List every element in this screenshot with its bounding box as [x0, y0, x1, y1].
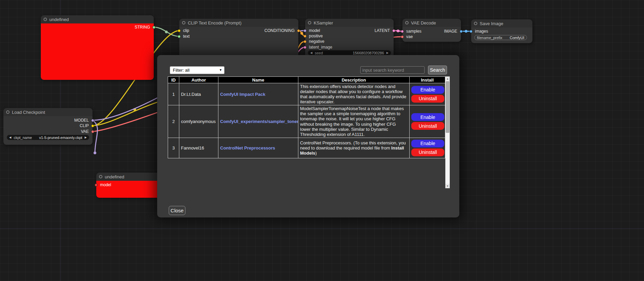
- node-header[interactable]: undefined: [41, 15, 154, 23]
- scroll-down-icon[interactable]: ▼: [445, 184, 450, 188]
- wire-dot: [165, 31, 168, 33]
- output-slot-latent: LATENT: [305, 28, 394, 33]
- uninstall-button[interactable]: Uninstall: [411, 95, 444, 103]
- ext-description: ControlNet Preprocessors. (To use this e…: [298, 138, 410, 158]
- output-slot-model: MODEL: [3, 118, 93, 123]
- column-header-id: ID: [168, 77, 179, 83]
- column-header-install: Install: [410, 77, 445, 83]
- slot-dot-negative[interactable]: [303, 40, 307, 43]
- node-header[interactable]: Save Image: [471, 19, 532, 28]
- seed-widget[interactable]: ◀ seed 156680208700286 ▶: [308, 50, 391, 55]
- manager-dialog: Filter: all ▼ Search ID Author Name Desc…: [157, 55, 459, 217]
- slot-dot-vae[interactable]: [401, 35, 404, 38]
- node-collapse-icon[interactable]: [308, 21, 311, 24]
- wire-dot: [397, 30, 399, 32]
- ext-id: 3: [168, 138, 179, 158]
- slot-dot-vae[interactable]: [91, 130, 94, 133]
- uninstall-button[interactable]: Uninstall: [411, 122, 444, 130]
- column-header-author: Author: [179, 77, 218, 83]
- column-header-name: Name: [218, 77, 298, 83]
- slot-dot-images[interactable]: [469, 30, 473, 33]
- ext-description: ModelSamplerTonemapNoiseTest a node that…: [298, 105, 410, 138]
- output-slot-conditioning: CONDITIONING: [179, 28, 298, 33]
- ext-author: Dr.Lt.Data: [179, 83, 218, 105]
- slot-dot-string[interactable]: [152, 26, 155, 29]
- ext-id: 1: [168, 83, 179, 105]
- increment-icon[interactable]: ▶: [386, 50, 389, 55]
- node-load-checkpoint[interactable]: Load Checkpoint MODEL CLIP VAE ◀ ckpt_na…: [3, 108, 93, 145]
- slot-dot-latent-image[interactable]: [303, 46, 307, 49]
- ext-description-text: ControlNet Preprocessors. (To use this e…: [300, 140, 406, 151]
- node-header[interactable]: CLIP Text Encode (Prompt): [179, 19, 298, 27]
- column-header-description: Description: [298, 77, 410, 83]
- ext-author: Fannovel16: [179, 138, 218, 158]
- node-undefined-top[interactable]: undefined STRING: [41, 15, 154, 80]
- output-slot-clip: CLIP: [3, 123, 93, 128]
- slot-dot-clip[interactable]: [91, 124, 94, 127]
- wire-dot: [300, 32, 303, 35]
- node-title: KSampler: [314, 20, 333, 25]
- scrollbar-thumb[interactable]: [446, 81, 449, 133]
- scroll-up-icon[interactable]: ▲: [445, 76, 450, 81]
- input-slot-latent-image: latent_image: [305, 45, 394, 50]
- input-slot-vae: vae: [402, 34, 461, 39]
- input-slot-positive: positive: [305, 34, 394, 38]
- node-vae-decode[interactable]: VAE Decode samples vae IMAGE: [402, 19, 461, 42]
- node-header[interactable]: KSampler: [305, 19, 394, 27]
- ckpt-name-widget[interactable]: ◀ ckpt_name v1-5-pruned-emaonly.ckpt ▶: [7, 135, 89, 140]
- wire-dot: [133, 108, 136, 111]
- next-option-icon[interactable]: ▶: [85, 135, 87, 140]
- node-ksampler[interactable]: KSampler model positive negative latent_…: [305, 19, 394, 58]
- search-button[interactable]: Search: [428, 66, 447, 74]
- node-title: Load Checkpoint: [12, 110, 45, 115]
- graph-canvas[interactable]: undefined STRING CLIP Text Encode (Promp…: [0, 0, 644, 281]
- slot-dot-text[interactable]: [178, 35, 181, 38]
- node-title: VAE Decode: [411, 20, 436, 25]
- node-header[interactable]: VAE Decode: [402, 19, 461, 27]
- decrement-icon[interactable]: ◀: [310, 50, 312, 55]
- node-title: Save Image: [480, 21, 503, 26]
- table-scrollbar[interactable]: ▲ ▼: [445, 76, 450, 188]
- ext-description-text: ): [315, 151, 317, 156]
- node-collapse-icon[interactable]: [6, 110, 10, 114]
- search-input[interactable]: [360, 66, 425, 74]
- output-slot-image: IMAGE: [402, 29, 461, 34]
- node-save-image[interactable]: Save Image images filename_prefix ComfyU…: [471, 19, 532, 43]
- enable-button[interactable]: Enable: [411, 86, 444, 94]
- node-title: undefined: [49, 17, 69, 22]
- wire-dot: [94, 152, 96, 154]
- extensions-table: ID Author Name Description Install 1 Dr.…: [168, 76, 445, 158]
- ext-description: This extension offers various detector n…: [298, 83, 410, 105]
- table-row: 2 comfyanonymous ComfyUI_experiments/sam…: [168, 105, 445, 138]
- ext-author: comfyanonymous: [179, 105, 218, 138]
- close-button[interactable]: Close: [169, 206, 185, 215]
- node-title: undefined: [105, 174, 124, 179]
- slot-dot-model[interactable]: [91, 119, 94, 122]
- node-collapse-icon[interactable]: [405, 21, 409, 24]
- node-collapse-icon[interactable]: [44, 18, 47, 21]
- slot-dot-positive[interactable]: [303, 35, 307, 38]
- input-slot-negative: negative: [305, 39, 394, 44]
- filter-select-wrap: Filter: all ▼: [170, 66, 225, 74]
- slot-dot-latent[interactable]: [392, 29, 395, 32]
- slot-dot-model[interactable]: [95, 183, 98, 187]
- prev-option-icon[interactable]: ◀: [9, 135, 11, 140]
- slot-dot-image[interactable]: [460, 30, 463, 33]
- filename-prefix-widget[interactable]: filename_prefix ComfyUI: [474, 35, 527, 40]
- enable-button[interactable]: Enable: [411, 140, 444, 147]
- table-header-row: ID Author Name Description Install: [168, 77, 445, 83]
- node-header[interactable]: Load Checkpoint: [3, 108, 93, 116]
- enable-button[interactable]: Enable: [411, 113, 444, 121]
- output-slot-vae: VAE: [3, 129, 93, 134]
- canvas-axis-horizontal: [0, 228, 644, 229]
- filter-select[interactable]: Filter: all: [170, 66, 225, 74]
- uninstall-button[interactable]: Uninstall: [411, 148, 444, 156]
- node-collapse-icon[interactable]: [99, 175, 102, 178]
- ext-name-link[interactable]: ComfyUI_experiments/sampler_tonemap: [220, 119, 298, 124]
- slot-dot-conditioning[interactable]: [297, 29, 300, 32]
- wire-dot: [465, 30, 467, 33]
- ext-name-link[interactable]: ComfyUI Impact Pack: [220, 92, 265, 97]
- node-collapse-icon[interactable]: [182, 21, 185, 24]
- ext-name-link[interactable]: ControlNet Preprocessors: [220, 145, 275, 151]
- node-collapse-icon[interactable]: [474, 22, 477, 25]
